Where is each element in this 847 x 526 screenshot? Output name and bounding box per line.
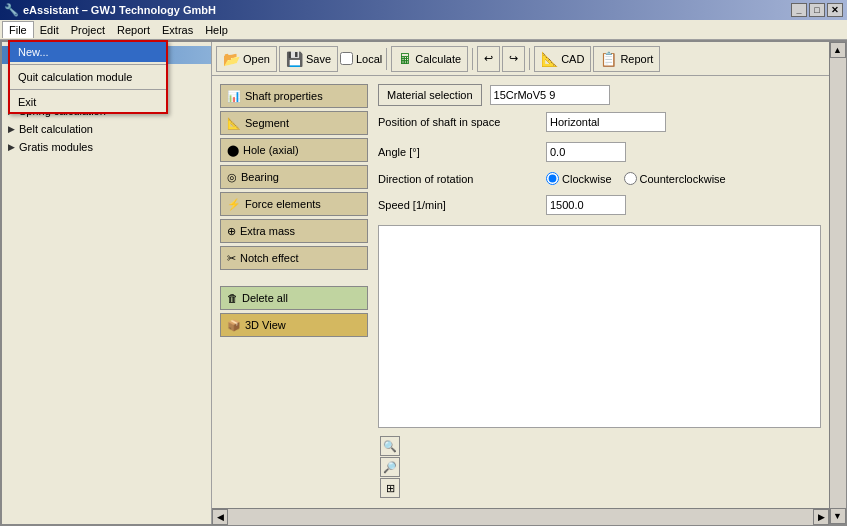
counterclockwise-radio[interactable] bbox=[624, 172, 637, 185]
menu-bar: File Edit Project Report Extras Help bbox=[0, 20, 847, 40]
view3d-label: 3D View bbox=[245, 319, 286, 331]
scroll-right-button[interactable]: ▶ bbox=[813, 509, 829, 525]
maximize-button[interactable]: □ bbox=[809, 3, 825, 17]
toolbar-sep-3 bbox=[529, 48, 530, 70]
extra-mass-button[interactable]: ⊕ Extra mass bbox=[220, 219, 368, 243]
segment-button[interactable]: 📐 Segment bbox=[220, 111, 368, 135]
close-button[interactable]: ✕ bbox=[827, 3, 843, 17]
sidebar-item-belt-calculation[interactable]: ▶ Belt calculation bbox=[2, 120, 211, 138]
arrow-icon-gratis: ▶ bbox=[8, 142, 15, 152]
angle-input[interactable] bbox=[546, 142, 626, 162]
title-bar-text: eAssistant – GWJ Technology GmbH bbox=[23, 4, 216, 16]
report-button[interactable]: 📋 Report bbox=[593, 46, 660, 72]
toolbar: 📂 Open 💾 Save Local 🖩 Calculate ↩ ↪ bbox=[212, 42, 829, 76]
menu-extras[interactable]: Extras bbox=[156, 22, 199, 38]
dropdown-sep-1 bbox=[10, 64, 166, 65]
clockwise-radio[interactable] bbox=[546, 172, 559, 185]
shaft-properties-button[interactable]: 📊 Shaft properties bbox=[220, 84, 368, 108]
extra-mass-label: Extra mass bbox=[240, 225, 295, 237]
cad-icon: 📐 bbox=[541, 51, 558, 67]
view3d-icon: 📦 bbox=[227, 319, 241, 332]
material-selection-button[interactable]: Material selection bbox=[378, 84, 482, 106]
bearing-button[interactable]: ◎ Bearing bbox=[220, 165, 368, 189]
counterclockwise-label: Counterclockwise bbox=[640, 173, 726, 185]
sidebar-label-belt: Belt calculation bbox=[19, 123, 93, 135]
position-input[interactable] bbox=[546, 112, 666, 132]
scroll-up-button[interactable]: ▲ bbox=[830, 42, 846, 58]
bearing-label: Bearing bbox=[241, 171, 279, 183]
notch-effect-label: Notch effect bbox=[240, 252, 299, 264]
sidebar-item-gratis-modules[interactable]: ▶ Gratis modules bbox=[2, 138, 211, 156]
scroll-left-button[interactable]: ◀ bbox=[212, 509, 228, 525]
hole-axial-icon: ⬤ bbox=[227, 144, 239, 157]
position-row: Position of shaft in space bbox=[378, 112, 821, 132]
menu-edit[interactable]: Edit bbox=[34, 22, 65, 38]
calculate-label: Calculate bbox=[415, 53, 461, 65]
notch-effect-button[interactable]: ✂ Notch effect bbox=[220, 246, 368, 270]
toolbar-sep-1 bbox=[386, 48, 387, 70]
scroll-down-button[interactable]: ▼ bbox=[830, 508, 846, 524]
rotation-radio-group: Clockwise Counterclockwise bbox=[546, 172, 726, 185]
hole-axial-button[interactable]: ⬤ Hole (axial) bbox=[220, 138, 368, 162]
angle-label: Angle [°] bbox=[378, 146, 538, 158]
title-bar: 🔧 eAssistant – GWJ Technology GmbH _ □ ✕ bbox=[0, 0, 847, 20]
bottom-scrollbar: ◀ ▶ bbox=[212, 508, 829, 524]
title-bar-controls[interactable]: _ □ ✕ bbox=[791, 3, 843, 17]
position-label: Position of shaft in space bbox=[378, 116, 538, 128]
zoom-out-button[interactable]: 🔎 bbox=[380, 457, 400, 477]
material-value-input[interactable] bbox=[490, 85, 610, 105]
angle-row: Angle [°] bbox=[378, 142, 821, 162]
delete-all-button[interactable]: 🗑 Delete all bbox=[220, 286, 368, 310]
menu-report[interactable]: Report bbox=[111, 22, 156, 38]
report-label: Report bbox=[620, 53, 653, 65]
speed-input[interactable] bbox=[546, 195, 626, 215]
segment-label: Segment bbox=[245, 117, 289, 129]
report-icon: 📋 bbox=[600, 51, 617, 67]
counterclockwise-radio-label[interactable]: Counterclockwise bbox=[624, 172, 726, 185]
shaft-properties-icon: 📊 bbox=[227, 90, 241, 103]
scroll-track-horizontal[interactable] bbox=[228, 509, 813, 525]
notch-effect-icon: ✂ bbox=[227, 252, 236, 265]
open-button[interactable]: 📂 Open bbox=[216, 46, 277, 72]
dropdown-sep-2 bbox=[10, 89, 166, 90]
dropdown-new[interactable]: New... bbox=[10, 42, 166, 62]
preview-area bbox=[378, 225, 821, 428]
dropdown-exit[interactable]: Exit bbox=[10, 92, 166, 112]
view3d-button[interactable]: 📦 3D View bbox=[220, 313, 368, 337]
cad-button[interactable]: 📐 CAD bbox=[534, 46, 591, 72]
local-label: Local bbox=[356, 53, 382, 65]
arrow-icon-belt: ▶ bbox=[8, 124, 15, 134]
open-label: Open bbox=[243, 53, 270, 65]
sidebar-label-gratis: Gratis modules bbox=[19, 141, 93, 153]
menu-file[interactable]: File bbox=[2, 21, 34, 38]
right-panel: Material selection Position of shaft in … bbox=[378, 84, 821, 500]
zoom-toolbar: 🔍 🔎 ⊞ bbox=[378, 434, 821, 500]
extra-mass-icon: ⊕ bbox=[227, 225, 236, 238]
scroll-track-vertical[interactable] bbox=[830, 58, 846, 508]
zoom-in-icon: 🔍 bbox=[383, 440, 397, 453]
content-body: 📊 Shaft properties 📐 Segment ⬤ Hole (axi… bbox=[212, 76, 829, 508]
minimize-button[interactable]: _ bbox=[791, 3, 807, 17]
clockwise-label: Clockwise bbox=[562, 173, 612, 185]
undo-button[interactable]: ↩ bbox=[477, 46, 500, 72]
local-checkbox[interactable] bbox=[340, 52, 353, 65]
right-scrollbar: ▲ ▼ bbox=[829, 42, 845, 524]
material-selection-label: Material selection bbox=[387, 89, 473, 101]
calculate-button[interactable]: 🖩 Calculate bbox=[391, 46, 468, 72]
zoom-fit-button[interactable]: ⊞ bbox=[380, 478, 400, 498]
clockwise-radio-label[interactable]: Clockwise bbox=[546, 172, 612, 185]
force-elements-button[interactable]: ⚡ Force elements bbox=[220, 192, 368, 216]
rotation-row: Direction of rotation Clockwise Counterc… bbox=[378, 172, 821, 185]
menu-help[interactable]: Help bbox=[199, 22, 234, 38]
file-dropdown: New... Quit calculation module Exit bbox=[8, 40, 168, 114]
content-area: 📂 Open 💾 Save Local 🖩 Calculate ↩ ↪ bbox=[212, 42, 829, 524]
zoom-out-icon: 🔎 bbox=[383, 461, 397, 474]
menu-project[interactable]: Project bbox=[65, 22, 111, 38]
redo-button[interactable]: ↪ bbox=[502, 46, 525, 72]
zoom-in-button[interactable]: 🔍 bbox=[380, 436, 400, 456]
delete-all-label: Delete all bbox=[242, 292, 288, 304]
calculate-icon: 🖩 bbox=[398, 51, 412, 67]
save-button[interactable]: 💾 Save bbox=[279, 46, 338, 72]
dropdown-quit-module[interactable]: Quit calculation module bbox=[10, 67, 166, 87]
shaft-properties-label: Shaft properties bbox=[245, 90, 323, 102]
